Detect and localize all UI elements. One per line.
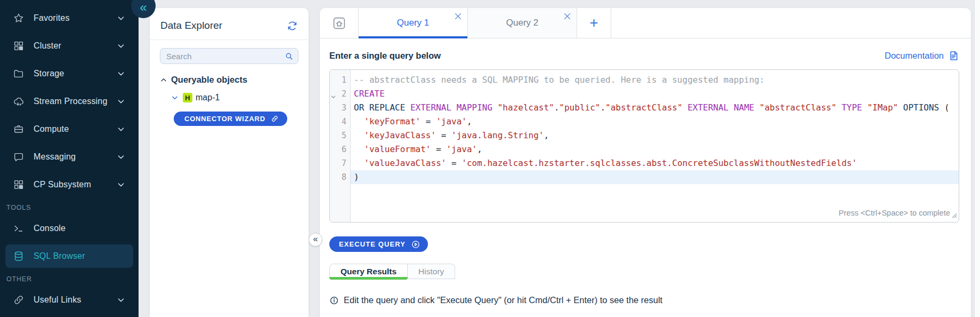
- tab-home[interactable]: [320, 8, 359, 38]
- line-number: 2: [330, 87, 350, 101]
- folder-icon: [13, 68, 25, 80]
- code-token: 'java': [446, 144, 477, 154]
- cloud-icon: [13, 96, 25, 107]
- database-icon: [13, 250, 25, 262]
- tab-query-2[interactable]: Query 2: [468, 8, 577, 38]
- link-icon: [271, 115, 279, 123]
- close-tab-icon[interactable]: [564, 12, 571, 19]
- box-icon: [13, 123, 25, 135]
- sidebar-item-label: Stream Processing: [34, 97, 116, 106]
- plus-icon: +: [589, 15, 598, 30]
- search-icon: [285, 52, 294, 61]
- sidebar-item-label: Useful Links: [34, 295, 116, 305]
- sidebar-item-useful-links[interactable]: Useful Links: [5, 288, 133, 312]
- map-type-badge: H: [183, 93, 192, 102]
- code-token: OR REPLACE: [354, 102, 405, 113]
- home-icon: [332, 16, 346, 30]
- grid-icon: [13, 179, 25, 191]
- divider: [150, 39, 309, 40]
- chevron-down-icon: [116, 69, 126, 78]
- code-token: =: [436, 130, 451, 140]
- code-token: 'java.lang.String': [451, 130, 544, 140]
- sidebar-item-label: Compute: [34, 124, 116, 134]
- code-token: ,: [544, 130, 549, 140]
- execute-query-label: EXECUTE QUERY: [339, 240, 406, 248]
- documentation-label: Documentation: [885, 51, 944, 61]
- page-scrollbar-track[interactable]: [974, 0, 980, 317]
- sidebar-section-label: TOOLS: [6, 204, 139, 211]
- code-token: [492, 102, 498, 113]
- results-tab-history[interactable]: History: [408, 264, 455, 279]
- tab-query-1[interactable]: Query 1: [359, 8, 468, 38]
- sidebar-item-label: Console: [34, 224, 133, 233]
- editor-code-area[interactable]: -- abstractClass needs a SQL MAPPING to …: [351, 70, 959, 222]
- line-number: 4: [330, 115, 350, 129]
- tree-item-label: map-1: [196, 93, 220, 102]
- code-token: =: [431, 144, 447, 154]
- code-token: OPTIONS: [903, 102, 939, 113]
- code-token: 'valueJavaClass': [364, 158, 446, 168]
- code-line: 'keyFormat' = 'java',: [354, 115, 959, 129]
- resize-grip-icon[interactable]: [951, 211, 957, 220]
- data-explorer-collapse-button[interactable]: «: [309, 233, 322, 247]
- code-token: [354, 144, 364, 154]
- connector-wizard-label: CONNECTOR WIZARD: [184, 115, 265, 123]
- sidebar-item-cp-subsystem[interactable]: CP Subsystem: [5, 173, 133, 196]
- chevron-up-icon: [160, 76, 167, 84]
- link-icon: [13, 294, 25, 306]
- sql-editor[interactable]: 12345678 -- abstractClass needs a SQL MA…: [329, 69, 959, 223]
- add-query-tab-button[interactable]: +: [577, 8, 611, 38]
- code-token: [354, 158, 364, 168]
- execute-query-button[interactable]: EXECUTE QUERY: [329, 236, 428, 252]
- star-icon: [13, 12, 25, 24]
- sidebar-item-console[interactable]: Console: [5, 217, 133, 240]
- double-chevron-left-icon: «: [140, 0, 147, 18]
- code-token: .: [554, 102, 560, 113]
- query-tab-label: Query 2: [506, 18, 538, 28]
- chevron-down-icon: [116, 124, 126, 134]
- sidebar-section-label: OTHER: [6, 275, 139, 283]
- code-token: 'keyFormat': [364, 116, 420, 126]
- terminal-icon: [13, 223, 25, 234]
- sql-browser-main-panel: Query 1Query 2 + Enter a single query be…: [320, 8, 971, 317]
- sidebar-item-label: Messaging: [34, 152, 116, 162]
- sidebar-item-cluster[interactable]: Cluster: [5, 34, 133, 58]
- tree-item-map-1[interactable]: H map-1: [150, 93, 309, 102]
- code-token: ): [354, 172, 359, 182]
- code-token: [862, 102, 868, 113]
- line-number: 5: [330, 129, 350, 142]
- code-token: 'valueFormat': [364, 144, 431, 154]
- connector-wizard-button[interactable]: CONNECTOR WIZARD: [174, 112, 287, 126]
- code-token: 'com.hazelcast.hzstarter.sqlclasses.abst…: [461, 158, 857, 168]
- code-line: -- abstractClass needs a SQL MAPPING to …: [354, 73, 959, 87]
- data-explorer-title: Data Explorer: [160, 20, 222, 31]
- chevron-down-icon: [116, 41, 126, 51]
- chevron-down-icon: [116, 152, 126, 162]
- sidebar-item-stream-processing[interactable]: Stream Processing: [5, 90, 133, 113]
- sidebar-item-storage[interactable]: Storage: [5, 62, 133, 85]
- sidebar-item-compute[interactable]: Compute: [5, 117, 133, 141]
- editor-gutter: 12345678: [330, 70, 351, 222]
- tree-group-queryable-objects[interactable]: Queryable objects: [150, 75, 309, 85]
- search-input[interactable]: [160, 48, 298, 64]
- code-token: EXTERNAL MAPPING: [410, 102, 492, 113]
- sidebar-item-messaging[interactable]: Messaging: [5, 145, 133, 169]
- query-prompt-label: Enter a single query below: [329, 51, 441, 61]
- play-circle-icon: [411, 240, 420, 249]
- documentation-link[interactable]: Documentation: [885, 50, 959, 61]
- sidebar-item-sql-browser[interactable]: SQL Browser: [5, 244, 133, 268]
- close-tab-icon[interactable]: [455, 12, 461, 19]
- sidebar-item-favorites[interactable]: Favorites: [5, 6, 133, 30]
- query-tab-label: Query 1: [397, 18, 429, 28]
- chevron-down-icon[interactable]: [171, 94, 179, 101]
- refresh-icon[interactable]: [287, 20, 298, 31]
- tabbar-spacer: [611, 8, 971, 38]
- code-line: CREATE: [354, 87, 959, 101]
- code-line: ): [351, 170, 959, 184]
- code-token: [837, 102, 842, 113]
- tree-group-label: Queryable objects: [171, 75, 247, 85]
- results-tab-query-results[interactable]: Query Results: [329, 264, 408, 279]
- sidebar: FavoritesClusterStorageStream Processing…: [0, 0, 139, 317]
- code-token: "abstractClass": [759, 102, 837, 113]
- line-number: 6: [330, 142, 350, 156]
